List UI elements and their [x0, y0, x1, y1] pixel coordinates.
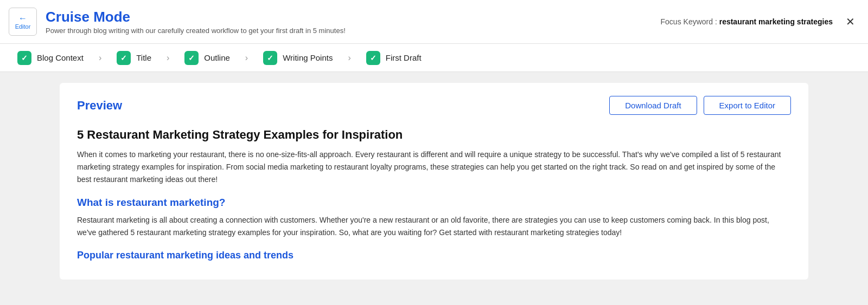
- blog-section2-heading: Popular restaurant marketing ideas and t…: [77, 250, 787, 261]
- step-check-title: ✓: [117, 51, 131, 65]
- blog-section1-heading: What is restaurant marketing?: [77, 197, 787, 209]
- step-label-title: Title: [136, 53, 151, 62]
- step-label-writing-points: Writing Points: [283, 53, 333, 62]
- main-content-area: Preview Download Draft Export to Editor …: [0, 72, 868, 290]
- step-label-blog-context: Blog Context: [37, 53, 84, 62]
- step-check-writing-points: ✓: [263, 51, 277, 65]
- app-header: ← Editor Cruise Mode Power through blog …: [0, 0, 868, 44]
- preview-header: Preview Download Draft Export to Editor: [77, 96, 791, 115]
- step-label-first-draft: First Draft: [386, 53, 422, 62]
- preview-card: Preview Download Draft Export to Editor …: [60, 83, 808, 280]
- blog-content-area[interactable]: 5 Restaurant Marketing Strategy Examples…: [77, 128, 791, 267]
- step-label-outline: Outline: [204, 53, 230, 62]
- step-blog-context[interactable]: ✓ Blog Context: [17, 51, 84, 65]
- step-first-draft[interactable]: ✓ First Draft: [366, 51, 422, 65]
- back-arrow-icon: ←: [18, 14, 27, 23]
- step-check-blog-context: ✓: [17, 51, 31, 65]
- step-title[interactable]: ✓ Title: [117, 51, 151, 65]
- steps-navigation: ✓ Blog Context › ✓ Title › ✓ Outline › ✓…: [0, 44, 868, 72]
- step-arrow-4: ›: [348, 53, 350, 63]
- focus-keyword-display: Focus Keyword : restaurant marketing str…: [661, 17, 833, 26]
- back-to-editor-button[interactable]: ← Editor: [9, 8, 37, 36]
- step-arrow-2: ›: [167, 53, 169, 63]
- editor-label: Editor: [15, 23, 31, 30]
- blog-intro-paragraph: When it comes to marketing your restaura…: [77, 148, 787, 186]
- header-title-block: Cruise Mode Power through blog writing w…: [46, 9, 661, 35]
- step-outline[interactable]: ✓ Outline: [184, 51, 230, 65]
- download-draft-button[interactable]: Download Draft: [609, 96, 697, 115]
- step-check-first-draft: ✓: [366, 51, 380, 65]
- preview-actions: Download Draft Export to Editor: [609, 96, 791, 115]
- step-arrow-1: ›: [99, 53, 101, 63]
- step-writing-points[interactable]: ✓ Writing Points: [263, 51, 333, 65]
- page-subtitle: Power through blog writing with our care…: [46, 27, 661, 35]
- blog-section1-paragraph: Restaurant marketing is all about creati…: [77, 214, 787, 239]
- step-arrow-3: ›: [245, 53, 248, 63]
- step-check-outline: ✓: [184, 51, 199, 65]
- page-title: Cruise Mode: [46, 9, 661, 25]
- blog-post-title: 5 Restaurant Marketing Strategy Examples…: [77, 128, 787, 142]
- export-to-editor-button[interactable]: Export to Editor: [704, 96, 791, 115]
- preview-section-title: Preview: [77, 99, 122, 113]
- focus-keyword-label: Focus Keyword :: [661, 17, 717, 26]
- close-button[interactable]: ✕: [846, 15, 855, 28]
- focus-keyword-value: restaurant marketing strategies: [719, 17, 833, 26]
